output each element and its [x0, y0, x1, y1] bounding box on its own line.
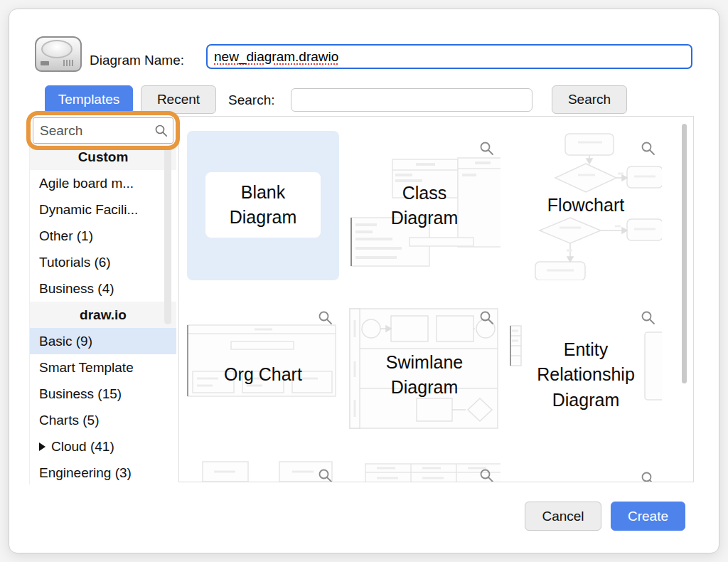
- tab-templates[interactable]: Templates: [45, 85, 133, 114]
- sidebar-item-charts[interactable]: Charts (5): [30, 407, 176, 433]
- template-tile-class-diagram[interactable]: Class Diagram: [348, 131, 500, 280]
- sidebar-item-cloud[interactable]: Cloud (41): [30, 433, 176, 460]
- sidebar-item-smart-template[interactable]: Smart Template: [30, 354, 176, 381]
- template-preview: [348, 460, 500, 482]
- template-panel: Blank Diagram Class Di: [178, 116, 694, 482]
- preview-magnifier-icon[interactable]: [479, 468, 495, 482]
- diagram-name-value: new_diagram.drawio: [214, 49, 338, 65]
- sidebar-item-business-4[interactable]: Business (4): [30, 275, 176, 302]
- template-search-input[interactable]: [291, 88, 532, 112]
- hard-drive-vents: [63, 60, 73, 66]
- preview-magnifier-icon[interactable]: [479, 141, 495, 157]
- preview-magnifier-icon[interactable]: [479, 310, 495, 326]
- template-tile-row3-1[interactable]: [187, 460, 339, 482]
- sidebar-item-business-15[interactable]: Business (15): [30, 381, 176, 407]
- template-tile-row3-2[interactable]: [348, 460, 500, 482]
- sidebar-header-custom: Custom: [30, 144, 176, 170]
- cancel-button[interactable]: Cancel: [525, 502, 601, 531]
- template-tile-blank-diagram[interactable]: Blank Diagram: [187, 131, 339, 280]
- expand-arrow-icon: [39, 442, 46, 451]
- template-tile-swimlane-diagram[interactable]: Swimlane Diagram: [348, 300, 500, 450]
- new-diagram-dialog: Diagram Name: new_diagram.drawio Templat…: [9, 9, 719, 553]
- category-list: Custom Agile board m... Dynamic Facili..…: [29, 144, 176, 484]
- sidebar-item-other[interactable]: Other (1): [30, 223, 176, 249]
- search-icon: [154, 124, 168, 138]
- category-sidebar: Custom Agile board m... Dynamic Facili..…: [29, 116, 176, 484]
- template-label: Flowchart: [510, 131, 662, 280]
- preview-magnifier-icon[interactable]: [641, 141, 656, 157]
- sidebar-header-drawio: draw.io: [30, 302, 176, 328]
- preview-magnifier-icon[interactable]: [641, 310, 656, 326]
- template-label: Swimlane Diagram: [348, 300, 500, 450]
- hard-drive-led: [41, 61, 49, 65]
- sidebar-item-agile-board[interactable]: Agile board m...: [30, 170, 176, 196]
- hard-drive-icon: [35, 36, 82, 72]
- template-tile-flowchart[interactable]: Flowchart: [510, 131, 662, 280]
- sidebar-item-tutorials[interactable]: Tutorials (6): [30, 249, 176, 275]
- template-tile-org-chart[interactable]: Org Chart: [187, 300, 339, 450]
- diagram-name-input[interactable]: new_diagram.drawio: [206, 44, 692, 69]
- sidebar-item-basic[interactable]: Basic (9): [30, 328, 176, 354]
- preview-magnifier-icon[interactable]: [318, 310, 333, 326]
- sidebar-item-engineering[interactable]: Engineering (3): [30, 460, 176, 484]
- search-button[interactable]: Search: [552, 85, 627, 114]
- template-tile-entity-relationship-diagram[interactable]: Entity Relationship Diagram: [510, 300, 662, 450]
- diagram-name-label: Diagram Name:: [90, 53, 184, 68]
- template-panel-scrollbar[interactable]: [682, 124, 687, 383]
- hard-drive-top: [41, 40, 73, 58]
- sidebar-search-input[interactable]: [33, 117, 173, 144]
- template-preview: [187, 460, 339, 482]
- template-tile-row3-3[interactable]: [510, 460, 662, 482]
- sidebar-item-dynamic-facili[interactable]: Dynamic Facili...: [30, 196, 176, 223]
- search-label: Search:: [228, 92, 274, 108]
- preview-magnifier-icon[interactable]: [318, 468, 333, 482]
- template-label: Blank Diagram: [205, 172, 321, 238]
- preview-magnifier-icon[interactable]: [641, 471, 656, 482]
- template-label: Class Diagram: [348, 131, 500, 280]
- create-button[interactable]: Create: [611, 502, 685, 531]
- sidebar-scrollbar[interactable]: [164, 147, 171, 324]
- template-label: Org Chart: [187, 300, 339, 450]
- template-label: Entity Relationship Diagram: [510, 300, 662, 450]
- tab-recent[interactable]: Recent: [141, 85, 216, 114]
